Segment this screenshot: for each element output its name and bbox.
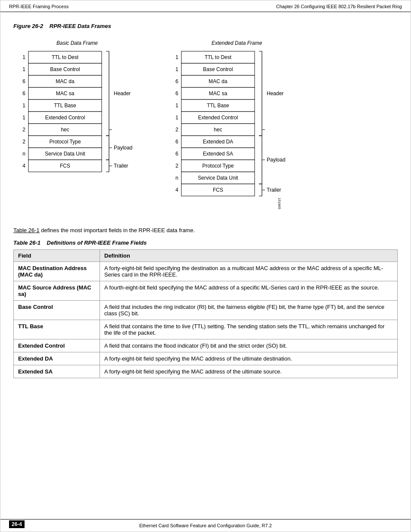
ext-payload-brace — [259, 136, 265, 184]
ext-row12-label: FCS — [213, 187, 223, 193]
page-header: RPR-IEEE Framing Process Chapter 26 Conf… — [0, 0, 411, 12]
table-link[interactable]: Table 26-1 — [13, 227, 40, 233]
table-title: Table 26-1 Definitions of RPR-IEEE Frame… — [13, 240, 398, 246]
ext-row8-label: Extended DA — [203, 139, 234, 145]
basic-row1-num: 1 — [22, 54, 25, 60]
ext-row2-label: Base Control — [203, 66, 233, 72]
ext-row4-label: MAC sa — [209, 90, 227, 96]
ext-row3-num: 6 — [175, 78, 178, 84]
table-row: Extended ControlA field that contains th… — [14, 339, 398, 352]
table-cell-definition: A fourth-eight-bit field specifying the … — [100, 281, 398, 301]
ext-row11-num: n — [175, 175, 178, 181]
basic-row2-num: 1 — [22, 66, 25, 72]
basic-header-label: Header — [114, 90, 131, 96]
ext-row7-label: hec — [214, 127, 222, 133]
ext-row1-num: 1 — [175, 54, 178, 60]
page-footer: 26-4 Ethernet Card Software Feature and … — [0, 519, 411, 532]
ext-row10-num: 2 — [175, 163, 178, 169]
table-intro: Table 26-1 defines the most important fi… — [13, 227, 398, 233]
header-left: RPR-IEEE Framing Process — [9, 4, 68, 9]
ext-row2-num: 1 — [175, 66, 178, 72]
basic-row4-num: 6 — [22, 90, 25, 96]
basic-row7-num: 2 — [22, 127, 25, 133]
basic-row9-num: n — [22, 151, 25, 157]
basic-row3-label: MAC da — [56, 78, 75, 84]
basic-row2-label: Base Control — [50, 66, 80, 72]
ext-row4-num: 6 — [175, 90, 178, 96]
basic-header-brace — [106, 51, 112, 136]
ext-row10-label: Protocol Type — [202, 163, 234, 169]
basic-row8-num: 2 — [22, 139, 25, 145]
ext-row7-num: 2 — [175, 127, 178, 133]
basic-frame-title: Basic Data Frame — [56, 40, 98, 46]
page-container: RPR-IEEE Framing Process Chapter 26 Conf… — [0, 0, 411, 532]
ext-row12-num: 4 — [175, 187, 178, 193]
ext-row11-label: Service Data Unit — [198, 175, 238, 181]
table-intro-text: defines the most important fields in the… — [41, 227, 195, 233]
table-caption: Definitions of RPR-IEEE Frame Fields — [47, 240, 147, 246]
basic-payload-brace — [106, 136, 112, 160]
basic-row8-label: Protocol Type — [49, 139, 81, 145]
ext-trailer-label: Trailer — [267, 187, 281, 193]
table-cell-definition: A forty-eight-bit field specifying the M… — [100, 352, 398, 365]
table-cell-field: Base Control — [14, 301, 100, 320]
table-row: MAC Source Address (MAC sa)A fourth-eigh… — [14, 281, 398, 301]
table-cell-field: Extended SA — [14, 365, 100, 378]
basic-row7-label: hec — [61, 127, 69, 133]
table-cell-field: MAC Source Address (MAC sa) — [14, 281, 100, 301]
basic-row9-label: Service Data Unit — [45, 151, 85, 157]
table-cell-field: Extended Control — [14, 339, 100, 352]
diagram-area: Basic Data Frame Extended Data Frame 1 T… — [13, 36, 398, 223]
ext-row5-num: 1 — [175, 103, 178, 109]
basic-row6-label: Extended Control — [45, 115, 85, 121]
basic-payload-label: Payload — [114, 145, 132, 151]
ext-header-label: Header — [267, 90, 283, 96]
ext-row8-num: 6 — [175, 139, 178, 145]
table-row: Extended SAA forty-eight-bit field speci… — [14, 365, 398, 378]
table-cell-definition: A forty-eight-bit field specifying the M… — [100, 365, 398, 378]
basic-row4-label: MAC sa — [56, 90, 75, 96]
table-cell-definition: A forty-eight-bit field specifying the d… — [100, 262, 398, 281]
header-right: Chapter 26 Configuring IEEE 802.17b Resi… — [276, 4, 402, 9]
figure-caption: RPR-IEEE Data Frames — [50, 23, 111, 29]
frames-diagram: Basic Data Frame Extended Data Frame 1 T… — [13, 36, 384, 221]
table-cell-field: Extended DA — [14, 352, 100, 365]
table-cell-definition: A field that contains the time to live (… — [100, 320, 398, 339]
ext-row5-label: TTL Base — [207, 103, 229, 109]
basic-row5-label: TTL Base — [54, 103, 76, 109]
ext-row9-num: 6 — [175, 151, 178, 157]
ext-row6-num: 1 — [175, 115, 178, 121]
table-row: Extended DAA forty-eight-bit field speci… — [14, 352, 398, 365]
ext-row1-label: TTL to Dest — [205, 54, 232, 60]
table-number: Table 26-1 — [13, 240, 40, 246]
table-header-row: Field Definition — [14, 250, 398, 262]
figure-title: Figure 26-2 RPR-IEEE Data Frames — [13, 23, 398, 29]
table-row: TTL BaseA field that contains the time t… — [14, 320, 398, 339]
page-number: 26-4 — [9, 520, 25, 528]
figure-id: 151965 — [277, 198, 281, 209]
footer-text: Ethernet Card Software Feature and Confi… — [139, 523, 272, 528]
basic-row10-num: 4 — [22, 163, 25, 169]
ext-row6-label: Extended Control — [198, 115, 238, 121]
main-content: Figure 26-2 RPR-IEEE Data Frames Basic D… — [0, 12, 411, 404]
basic-trailer-brace — [106, 160, 112, 172]
table-cell-definition: A field that includes the ring indicator… — [100, 301, 398, 320]
table-cell-definition: A field that contains the flood indicato… — [100, 339, 398, 352]
ext-row3-label: MAC da — [209, 78, 227, 84]
ext-payload-label: Payload — [267, 157, 285, 163]
col-definition: Definition — [100, 250, 398, 262]
col-field: Field — [14, 250, 100, 262]
basic-trailer-label: Trailer — [114, 163, 128, 169]
ext-trailer-brace — [259, 184, 265, 196]
basic-row6-num: 1 — [22, 115, 25, 121]
basic-row3-num: 6 — [22, 78, 25, 84]
table-cell-field: TTL Base — [14, 320, 100, 339]
basic-row5-num: 1 — [22, 103, 25, 109]
basic-row1-label: TTL to Dest — [52, 54, 79, 60]
table-row: Base ControlA field that includes the ri… — [14, 301, 398, 320]
definition-table: Field Definition MAC Destination Address… — [13, 249, 398, 378]
table-row: MAC Destination Address (MAC da)A forty-… — [14, 262, 398, 281]
figure-number: Figure 26-2 — [13, 23, 43, 29]
extended-frame-title: Extended Data Frame — [212, 40, 262, 46]
ext-header-brace — [259, 51, 265, 136]
